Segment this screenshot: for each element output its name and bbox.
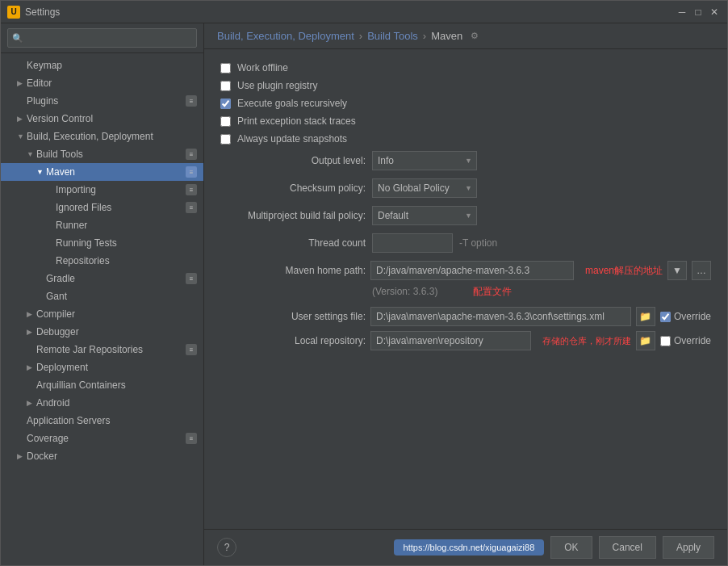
search-box: 🔍 — [1, 23, 203, 53]
sidebar-label-gant: Gant — [46, 291, 197, 302]
checkbox-plugin-registry[interactable] — [220, 81, 231, 91]
search-wrapper: 🔍 — [7, 28, 197, 48]
cancel-button[interactable]: Cancel — [599, 536, 656, 559]
sidebar-item-app-servers[interactable]: Application Servers — [1, 412, 203, 430]
output-level-select[interactable]: Info Debug Warning Error — [372, 151, 477, 170]
title-bar-left: U Settings — [7, 6, 60, 19]
sidebar-label-compiler: Compiler — [36, 308, 197, 320]
local-repo-annotation: 存储的仓库，刚才所建 — [542, 335, 631, 347]
checkbox-row-work-offline: Work offline — [220, 62, 711, 73]
maven-home-browse-button[interactable]: ▼ — [667, 261, 687, 280]
arrow-debugger: ▶ — [27, 328, 36, 336]
checkbox-work-offline[interactable] — [220, 63, 231, 73]
sidebar-item-repositories[interactable]: Repositories — [1, 252, 203, 270]
user-settings-row: User settings file: 📁 Override — [220, 307, 711, 326]
sidebar-label-docker: Docker — [27, 451, 197, 462]
maven-home-annotation: maven解压的地址 — [585, 264, 663, 278]
sidebar-item-ignored-files[interactable]: Ignored Files ≡ — [1, 199, 203, 216]
checksum-policy-label: Checksum policy: — [220, 182, 366, 194]
sidebar-item-build-exec-deploy[interactable]: ▼ Build, Execution, Deployment — [1, 128, 203, 145]
sidebar-label-importing: Importing — [56, 184, 184, 195]
breadcrumb-settings-icon: ⚙ — [471, 31, 479, 41]
thread-count-label: Thread count — [220, 237, 366, 249]
minimize-button[interactable]: ─ — [676, 6, 688, 19]
arrow-android: ▶ — [27, 399, 36, 407]
sidebar-item-arquillian[interactable]: Arquillian Containers — [1, 376, 203, 394]
search-icon: 🔍 — [12, 33, 23, 44]
maximize-button[interactable]: □ — [692, 6, 705, 19]
checksum-policy-select[interactable]: No Global Policy Strict Lax — [372, 178, 477, 198]
sidebar-item-running-tests[interactable]: Running Tests — [1, 234, 203, 252]
sidebar-item-editor[interactable]: ▶ Editor — [1, 74, 203, 92]
sidebar-label-remote-jar-repos: Remote Jar Repositories — [36, 344, 184, 355]
maven-home-dotdot-button[interactable]: … — [692, 261, 711, 280]
sidebar-item-docker[interactable]: ▶ Docker — [1, 447, 203, 465]
local-repo-browse-button[interactable]: 📁 — [636, 331, 655, 350]
sidebar-item-debugger[interactable]: ▶ Debugger — [1, 323, 203, 341]
sidebar-item-android[interactable]: ▶ Android — [1, 394, 203, 412]
close-button[interactable]: ✕ — [708, 6, 721, 19]
checksum-policy-row: Checksum policy: No Global Policy Strict… — [220, 178, 711, 198]
sidebar-item-compiler[interactable]: ▶ Compiler — [1, 305, 203, 323]
checkbox-local-override[interactable] — [660, 336, 671, 346]
checkbox-row-always-update: Always update snapshots — [220, 133, 711, 145]
sidebar-item-maven[interactable]: ▼ Maven ≡ — [1, 163, 203, 181]
breadcrumb-build-tools[interactable]: Build Tools — [367, 30, 418, 42]
sidebar-tree: Keymap ▶ Editor Plugins ≡ ▶ Version Cont… — [1, 53, 203, 565]
sidebar-item-build-tools[interactable]: ▼ Build Tools ≡ — [1, 145, 203, 163]
title-controls: ─ □ ✕ — [676, 6, 721, 19]
user-settings-browse-button[interactable]: 📁 — [636, 307, 655, 326]
thread-count-input[interactable] — [372, 233, 453, 253]
sidebar-item-keymap[interactable]: Keymap — [1, 57, 203, 74]
multiproject-policy-row: Multiproject build fail policy: Default … — [220, 206, 711, 225]
menu-icon-remote-jar-repos: ≡ — [186, 344, 197, 355]
menu-icon-maven: ≡ — [186, 166, 197, 178]
sidebar-item-plugins[interactable]: Plugins ≡ — [1, 92, 203, 110]
user-settings-override-wrapper: Override — [660, 311, 711, 322]
sidebar-label-running-tests: Running Tests — [56, 237, 197, 249]
local-repo-override-wrapper: Override — [660, 335, 711, 346]
sidebar-item-gant[interactable]: Gant — [1, 287, 203, 305]
sidebar-item-importing[interactable]: Importing ≡ — [1, 181, 203, 199]
checkbox-always-update[interactable] — [220, 134, 231, 145]
sidebar-item-coverage[interactable]: Coverage ≡ — [1, 430, 203, 447]
label-execute-goals: Execute goals recursively — [237, 98, 347, 109]
checkbox-user-override[interactable] — [660, 312, 671, 322]
sidebar: 🔍 Keymap ▶ Editor Plugins — [1, 23, 204, 565]
sidebar-item-version-control[interactable]: ▶ Version Control — [1, 110, 203, 128]
output-level-label: Output level: — [220, 155, 366, 166]
url-annotation: https://blog.csdn.net/xiguagaizi88 — [394, 539, 545, 556]
arrow-deployment: ▶ — [27, 363, 36, 371]
maven-home-input[interactable] — [370, 261, 574, 280]
checkbox-row-execute-goals: Execute goals recursively — [220, 98, 711, 109]
search-input[interactable] — [7, 28, 197, 48]
breadcrumb-sep-1: › — [359, 30, 362, 42]
breadcrumb-build-exec[interactable]: Build, Execution, Deployment — [217, 30, 354, 42]
sidebar-item-remote-jar-repos[interactable]: Remote Jar Repositories ≡ — [1, 341, 203, 358]
multiproject-policy-label: Multiproject build fail policy: — [220, 210, 366, 221]
local-repo-row: Local repository: 存储的仓库，刚才所建 📁 Override — [220, 331, 711, 350]
version-note: (Version: 3.6.3) 配置文件 — [372, 285, 711, 299]
local-repo-input[interactable] — [370, 331, 531, 350]
multiproject-policy-select-wrapper: Default Fail Fast Fail Never ▼ — [372, 206, 477, 225]
ok-button[interactable]: OK — [550, 536, 592, 559]
menu-icon-build-tools: ≡ — [186, 149, 197, 160]
main-panel: Build, Execution, Deployment › Build Too… — [204, 23, 727, 565]
output-level-row: Output level: Info Debug Warning Error ▼ — [220, 151, 711, 170]
checkbox-row-print-exception: Print exception stack traces — [220, 115, 711, 127]
sidebar-item-gradle[interactable]: Gradle ≡ — [1, 270, 203, 287]
menu-icon-gradle: ≡ — [186, 273, 197, 284]
apply-button[interactable]: Apply — [663, 536, 714, 559]
multiproject-policy-select[interactable]: Default Fail Fast Fail Never — [372, 206, 477, 225]
sidebar-item-deployment[interactable]: ▶ Deployment — [1, 358, 203, 376]
thread-count-suffix: -T option — [459, 237, 497, 249]
maven-home-row: Maven home path: maven解压的地址 ▼ … — [220, 261, 711, 280]
app-icon: U — [7, 6, 20, 19]
help-button[interactable]: ? — [217, 538, 236, 557]
sidebar-item-runner[interactable]: Runner — [1, 216, 203, 234]
user-settings-input[interactable] — [370, 307, 631, 326]
arrow-build-tools: ▼ — [27, 150, 36, 158]
sidebar-label-deployment: Deployment — [36, 362, 197, 373]
checkbox-print-exception[interactable] — [220, 116, 231, 127]
checkbox-execute-goals[interactable] — [220, 99, 231, 109]
